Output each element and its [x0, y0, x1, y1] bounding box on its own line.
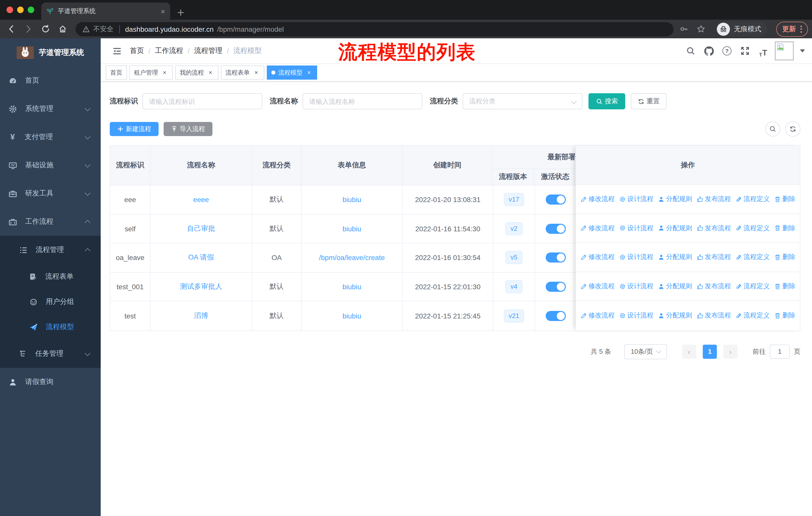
form-link[interactable]: /bpm/oa/leave/create [319, 254, 385, 262]
sidebar-logo[interactable]: 芋道管理系统 [0, 38, 101, 66]
assign-rule-link[interactable]: 分配规则 [658, 195, 692, 204]
sidebar-item-process-form[interactable]: 流程表单 [0, 264, 101, 289]
fullscreen-icon[interactable] [738, 44, 752, 57]
design-process-link[interactable]: 设计流程 [619, 311, 654, 320]
category-select[interactable]: 流程分类 [463, 93, 582, 109]
form-link[interactable]: biubiu [343, 225, 361, 233]
process-definition-link[interactable]: 流程定义 [735, 253, 770, 262]
publish-process-link[interactable]: 发布流程 [697, 224, 731, 233]
reload-button[interactable] [38, 22, 52, 36]
process-name-link[interactable]: 自己审批 [187, 224, 215, 233]
page-number-current[interactable]: 1 [703, 345, 717, 359]
back-button[interactable] [4, 22, 18, 36]
publish-process-link[interactable]: 发布流程 [697, 195, 731, 204]
page-size-select[interactable]: 10条/页 [624, 344, 667, 359]
passwords-key-icon[interactable] [676, 22, 691, 36]
process-name-link[interactable]: 滔博 [194, 311, 208, 321]
form-link[interactable]: biubiu [343, 283, 361, 291]
form-link[interactable]: biubiu [343, 312, 361, 320]
sidebar-item-user-group[interactable]: 用户分组 [0, 289, 101, 315]
active-switch[interactable] [546, 311, 566, 321]
caret-down-icon[interactable] [800, 49, 805, 52]
version-tag[interactable]: v5 [505, 251, 522, 264]
version-tag[interactable]: v4 [505, 280, 522, 293]
tag-process-model[interactable]: 流程模型 × [267, 65, 317, 80]
process-definition-link[interactable]: 流程定义 [735, 195, 770, 204]
delete-link[interactable]: 删除 [774, 282, 795, 291]
process-name-link[interactable]: eeee [193, 196, 209, 204]
breadcrumb-home[interactable]: 首页 [130, 46, 144, 55]
create-process-button[interactable]: 新建流程 [110, 122, 158, 136]
active-switch[interactable] [546, 282, 566, 292]
tag-my-process[interactable]: 我的流程 × [175, 65, 219, 80]
address-bar[interactable]: 不安全 dashboard.yudao.iocoder.cn/bpm/manag… [76, 22, 673, 36]
assign-rule-link[interactable]: 分配规则 [658, 253, 692, 262]
sidebar-item-process-management[interactable]: 流程管理 [0, 236, 101, 264]
sidebar-item-leave-query[interactable]: 请假查询 [0, 368, 101, 396]
active-switch[interactable] [546, 253, 566, 263]
delete-link[interactable]: 删除 [774, 195, 795, 204]
github-icon[interactable] [702, 44, 715, 57]
forward-button[interactable] [21, 22, 35, 36]
sidebar-item-payment[interactable]: ¥ 支付管理 [0, 123, 101, 151]
process-definition-link[interactable]: 流程定义 [735, 282, 770, 291]
help-icon[interactable]: ? [720, 44, 733, 57]
sidebar-item-devtools[interactable]: 研发工具 [0, 180, 101, 208]
next-page-button[interactable]: › [723, 345, 737, 359]
design-process-link[interactable]: 设计流程 [619, 253, 654, 262]
table-search-toggle-button[interactable] [765, 121, 780, 137]
search-button[interactable]: 搜索 [588, 93, 625, 109]
sidebar-item-infrastructure[interactable]: 基础设施 [0, 151, 101, 180]
breadcrumb-workflow[interactable]: 工作流程 [155, 46, 183, 55]
tag-close-icon[interactable]: × [207, 69, 214, 76]
minimize-window-button[interactable] [17, 6, 24, 13]
sidebar-item-system[interactable]: 系统管理 [0, 95, 101, 123]
sidebar-item-workflow[interactable]: 工作流程 [0, 208, 101, 236]
active-switch[interactable] [546, 224, 566, 234]
assign-rule-link[interactable]: 分配规则 [658, 282, 692, 291]
process-definition-link[interactable]: 流程定义 [735, 311, 770, 320]
breadcrumb-process-management[interactable]: 流程管理 [194, 46, 223, 55]
process-name-link[interactable]: 测试多审批人 [180, 282, 222, 291]
publish-process-link[interactable]: 发布流程 [697, 311, 731, 320]
publish-process-link[interactable]: 发布流程 [697, 282, 731, 291]
tag-process-form[interactable]: 流程表单 × [221, 65, 264, 80]
publish-process-link[interactable]: 发布流程 [697, 253, 731, 262]
tag-tenant[interactable]: 租户管理 × [129, 65, 173, 80]
tag-close-icon[interactable]: × [306, 69, 313, 76]
reset-button[interactable]: 重置 [631, 93, 667, 109]
tab-close-icon[interactable]: × [161, 7, 165, 16]
browser-tab[interactable]: 芋道管理系统 × [41, 2, 170, 20]
search-icon[interactable] [684, 44, 697, 57]
sidebar-item-process-model[interactable]: 流程模型 [0, 315, 101, 340]
table-refresh-button[interactable] [785, 121, 801, 137]
zoom-window-button[interactable] [28, 6, 34, 13]
menu-dots-icon[interactable] [801, 25, 802, 32]
home-button[interactable] [55, 22, 69, 36]
design-process-link[interactable]: 设计流程 [619, 195, 654, 204]
tag-close-icon[interactable]: × [253, 69, 260, 76]
process-definition-link[interactable]: 流程定义 [735, 224, 770, 233]
delete-link[interactable]: 删除 [774, 253, 795, 262]
assign-rule-link[interactable]: 分配规则 [658, 224, 692, 233]
new-tab-button[interactable] [177, 9, 184, 16]
design-process-link[interactable]: 设计流程 [619, 282, 654, 291]
avatar[interactable] [775, 41, 794, 60]
update-button[interactable]: 更新 [776, 21, 808, 36]
edit-process-link[interactable]: 修改流程 [580, 311, 615, 320]
close-window-button[interactable] [6, 6, 13, 13]
bookmark-star-icon[interactable] [694, 22, 708, 36]
import-process-button[interactable]: 导入流程 [164, 122, 212, 136]
sidebar-collapse-icon[interactable] [108, 42, 126, 60]
edit-process-link[interactable]: 修改流程 [580, 253, 615, 262]
warning-icon[interactable] [83, 25, 90, 32]
delete-link[interactable]: 删除 [774, 311, 795, 320]
edit-process-link[interactable]: 修改流程 [580, 195, 615, 204]
font-size-icon[interactable]: TT [757, 44, 770, 57]
version-tag[interactable]: v17 [504, 193, 524, 206]
edit-process-link[interactable]: 修改流程 [580, 224, 615, 233]
version-tag[interactable]: v21 [504, 309, 524, 323]
prev-page-button[interactable]: ‹ [682, 345, 696, 359]
form-link[interactable]: biubiu [343, 196, 361, 204]
design-process-link[interactable]: 设计流程 [619, 224, 654, 233]
